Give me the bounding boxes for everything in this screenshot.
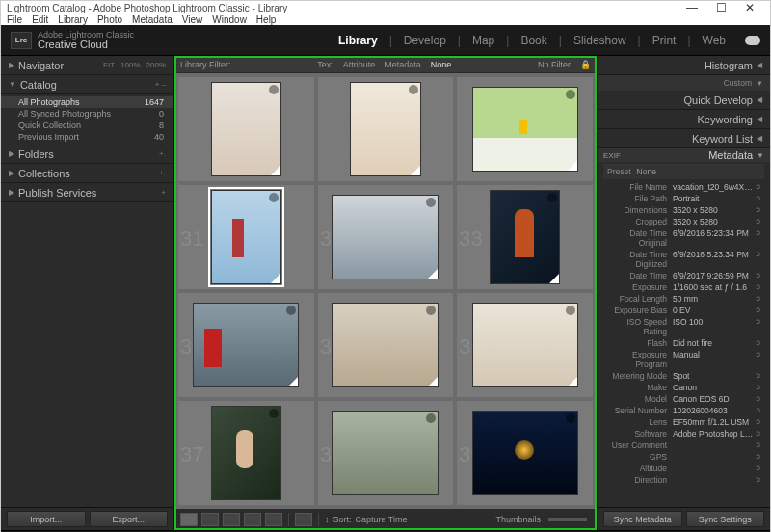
metadata-preset-row[interactable]: Preset None (603, 164, 764, 179)
import-button[interactable]: Import... (7, 511, 86, 527)
goto-icon[interactable]: ➲ (755, 294, 764, 304)
photo-thumbnail[interactable] (490, 190, 560, 283)
goto-icon[interactable]: ➲ (755, 182, 764, 192)
catalog-synced[interactable]: All Synced Photographs 0 (1, 108, 173, 120)
menu-photo[interactable]: Photo (97, 14, 122, 25)
sort-dropdown[interactable]: Capture Time (356, 515, 408, 524)
goto-icon[interactable]: ➲ (755, 250, 764, 269)
keywording-header[interactable]: Keywording ◀ (598, 110, 770, 129)
photo-thumbnail[interactable] (350, 82, 420, 175)
flag-icon[interactable] (269, 85, 279, 94)
goto-icon[interactable]: ➲ (755, 228, 764, 248)
flag-icon[interactable] (269, 193, 279, 202)
menu-metadata[interactable]: Metadata (132, 14, 173, 25)
zoom-200[interactable]: 200% (146, 61, 166, 69)
grid-cell[interactable]: 31 (178, 185, 314, 289)
photo-thumbnail-selected[interactable] (211, 190, 281, 283)
module-library[interactable]: Library (338, 34, 378, 47)
sync-settings-button[interactable]: Sync Settings (686, 511, 765, 527)
goto-icon[interactable]: ➲ (755, 217, 764, 226)
people-view-button[interactable] (265, 513, 282, 526)
lock-icon[interactable]: 🔒 (580, 60, 591, 69)
goto-icon[interactable]: ➲ (755, 350, 764, 369)
goto-icon[interactable]: ➲ (755, 464, 764, 473)
metadata-row[interactable]: GPS➲ (598, 451, 770, 463)
zoom-fit[interactable]: FIT (103, 61, 115, 69)
thumbnail-size-slider[interactable] (548, 518, 587, 521)
grid-view[interactable]: 31 32 33 34 35 36 37 38 39 (174, 73, 597, 509)
goto-icon[interactable]: ➲ (755, 306, 764, 315)
flag-icon[interactable] (426, 413, 436, 423)
keyword-list-header[interactable]: Keyword List ◀ (598, 129, 770, 148)
metadata-row[interactable]: Altitude➲ (598, 463, 770, 474)
filter-preset[interactable]: No Filter (538, 60, 571, 69)
module-develop[interactable]: Develop (404, 34, 446, 47)
close-button[interactable]: ✕ (735, 1, 764, 14)
menu-library[interactable]: Library (58, 14, 88, 25)
grid-cell[interactable] (318, 77, 454, 181)
flag-icon[interactable] (566, 413, 575, 423)
flag-icon[interactable] (286, 306, 296, 315)
publish-header[interactable]: ▶ Publish Services + (1, 183, 173, 202)
folders-header[interactable]: ▶ Folders +. (1, 145, 173, 164)
module-print[interactable]: Print (652, 34, 677, 47)
photo-thumbnail[interactable] (332, 303, 439, 388)
metadata-row[interactable]: Date Time Digitized6/9/2016 5:23:34 PM➲ (598, 249, 770, 270)
flag-icon[interactable] (566, 90, 575, 99)
filter-metadata[interactable]: Metadata (385, 60, 421, 69)
metadata-row[interactable]: MakeCanon➲ (598, 382, 770, 393)
photo-thumbnail[interactable] (472, 87, 578, 173)
goto-icon[interactable]: ➲ (755, 475, 764, 485)
histogram-header[interactable]: Histogram ◀ (598, 56, 770, 75)
metadata-row[interactable]: FlashDid not fire➲ (598, 337, 770, 349)
module-map[interactable]: Map (472, 34, 494, 47)
photo-thumbnail[interactable] (211, 406, 281, 499)
goto-icon[interactable]: ➲ (755, 406, 764, 415)
catalog-all-photographs[interactable]: All Photographs 1647 (1, 96, 173, 108)
catalog-previous-import[interactable]: Previous Import 40 (1, 131, 173, 143)
metadata-row[interactable]: Exposure1/1600 sec at ƒ / 1.6➲ (598, 281, 770, 293)
metadata-row[interactable]: Direction➲ (598, 474, 770, 486)
goto-icon[interactable]: ➲ (755, 383, 764, 392)
flag-icon[interactable] (566, 306, 575, 315)
grid-cell[interactable] (457, 77, 593, 181)
grid-cell[interactable] (178, 77, 314, 181)
navigator-header[interactable]: ▶ Navigator FIT 100% 200% (1, 56, 173, 75)
filter-text[interactable]: Text (317, 60, 333, 69)
grid-cell[interactable]: 33 (457, 185, 593, 289)
filter-none[interactable]: None (431, 60, 452, 69)
goto-icon[interactable]: ➲ (755, 394, 764, 404)
custom-bar[interactable]: Custom▾ (598, 75, 770, 91)
grid-cell[interactable]: 36 (457, 293, 593, 397)
catalog-header[interactable]: ▼ Catalog + – (1, 75, 173, 94)
survey-view-button[interactable] (244, 513, 261, 526)
goto-icon[interactable]: ➲ (755, 371, 764, 381)
goto-icon[interactable]: ➲ (755, 271, 764, 280)
metadata-row[interactable]: Cropped3520 x 5280➲ (598, 216, 770, 227)
flag-icon[interactable] (426, 198, 436, 207)
menu-window[interactable]: Window (212, 14, 247, 25)
metadata-row[interactable]: SoftwareAdobe Photoshop Lightroom 5...➲ (598, 428, 770, 439)
goto-icon[interactable]: ➲ (755, 282, 764, 292)
photo-thumbnail[interactable] (211, 82, 281, 175)
metadata-mode-bar[interactable]: EXIF Metadata ▼ (598, 148, 770, 162)
menu-file[interactable]: File (7, 14, 22, 25)
metadata-row[interactable]: File PathPortrait➲ (598, 193, 770, 204)
photo-thumbnail[interactable] (472, 303, 578, 388)
minimize-button[interactable]: — (678, 1, 706, 14)
metadata-row[interactable]: Serial Number102026004603➲ (598, 405, 770, 416)
grid-cell[interactable]: 32 (318, 185, 454, 289)
metadata-row[interactable]: LensEF50mm f/1.2L USM➲ (598, 416, 770, 428)
export-button[interactable]: Export... (90, 511, 169, 527)
menu-edit[interactable]: Edit (32, 14, 48, 25)
metadata-row[interactable]: Dimensions3520 x 5280➲ (598, 204, 770, 216)
metadata-row[interactable]: Focal Length50 mm➲ (598, 293, 770, 305)
goto-icon[interactable]: ➲ (755, 452, 764, 462)
quick-develop-header[interactable]: Quick Develop ◀ (598, 91, 770, 110)
cloud-sync-icon[interactable] (745, 36, 760, 45)
goto-icon[interactable]: ➲ (755, 194, 764, 203)
metadata-row[interactable]: File Namevacation_t20_6w4Xt2.jpg➲ (598, 181, 770, 193)
menu-help[interactable]: Help (256, 14, 277, 25)
menu-view[interactable]: View (182, 14, 203, 25)
metadata-row[interactable]: Date Time Original6/9/2016 5:23:34 PM➲ (598, 227, 770, 249)
